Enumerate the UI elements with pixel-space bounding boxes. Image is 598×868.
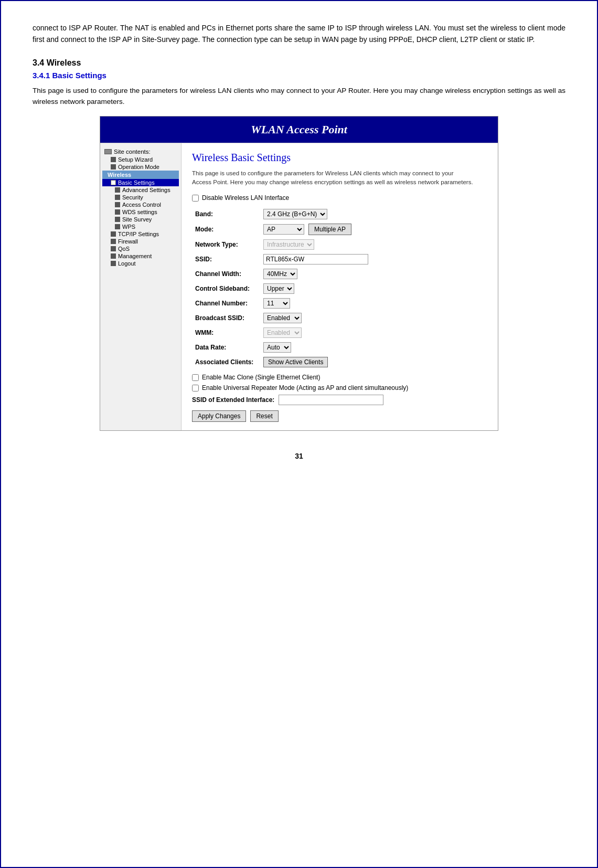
icon-wds	[115, 209, 120, 215]
router-header: WLAN Access Point	[100, 117, 498, 143]
sidebar-item-wds-settings[interactable]: WDS settings	[102, 208, 179, 216]
channel-width-value-cell: 40MHz 20MHz	[260, 267, 487, 281]
sidebar-label-security: Security	[122, 194, 143, 200]
data-rate-row: Data Rate: Auto 1M2M5.5M11M 6M9M12M18M 2…	[192, 340, 487, 355]
ssid-input[interactable]	[263, 254, 368, 264]
sidebar-item-site-survey[interactable]: Site Survey	[102, 216, 179, 223]
sidebar-item-management[interactable]: Management	[102, 252, 179, 260]
reset-button[interactable]: Reset	[250, 410, 278, 422]
sidebar-label-basic-settings: Basic Settings	[118, 179, 155, 186]
page-title: Wireless Basic Settings	[192, 152, 487, 164]
multiple-ap-button[interactable]: Multiple AP	[308, 224, 351, 235]
sidebar-label-logout: Logout	[118, 260, 136, 267]
router-panel: WLAN Access Point Site contents: Setup W…	[100, 116, 498, 431]
show-active-clients-button[interactable]: Show Active Clients	[263, 357, 328, 367]
sidebar-label-tcpip: TCP/IP Settings	[118, 231, 159, 237]
channel-width-row: Channel Width: 40MHz 20MHz	[192, 267, 487, 281]
sidebar-item-basic-settings[interactable]: Basic Settings	[102, 179, 179, 186]
wmm-value-cell: Enabled Disabled	[260, 325, 487, 340]
sidebar-site-contents: Site contents:	[102, 147, 179, 156]
network-type-label: Network Type:	[192, 237, 260, 252]
mode-value-cell: AP Client WDS AP+WDS Multiple AP	[260, 221, 487, 237]
icon-tcpip	[111, 231, 116, 237]
page-desc: This page is used to configure the param…	[192, 169, 487, 187]
wmm-label: WMM:	[192, 325, 260, 340]
button-row: Apply Changes Reset	[192, 410, 487, 422]
broadcast-ssid-label: Broadcast SSID:	[192, 311, 260, 325]
icon-qos	[111, 246, 116, 251]
icon-wps	[115, 224, 120, 229]
broadcast-ssid-select[interactable]: Enabled Disabled	[263, 313, 302, 323]
sidebar-site-contents-label: Site contents:	[114, 149, 151, 155]
intro-text: connect to ISP AP Router. The NAT is ena…	[33, 22, 565, 46]
sidebar-label-qos: QoS	[118, 246, 130, 252]
page-number: 31	[33, 452, 565, 460]
data-rate-value-cell: Auto 1M2M5.5M11M 6M9M12M18M 24M36M48M54M	[260, 340, 487, 355]
sidebar-label-wds-settings: WDS settings	[122, 209, 157, 215]
sidebar-section-wireless[interactable]: Wireless	[102, 171, 179, 179]
sidebar-item-logout[interactable]: Logout	[102, 260, 179, 267]
subsection-heading: 3.4.1 Basic Settings	[33, 71, 565, 80]
channel-width-label: Channel Width:	[192, 267, 260, 281]
sidebar-item-tcpip[interactable]: TCP/IP Settings	[102, 230, 179, 238]
sidebar-label-access-control: Access Control	[122, 202, 161, 208]
router-body: Site contents: Setup Wizard Operation Mo…	[100, 143, 498, 431]
universal-repeater-label: Enable Universal Repeater Mode (Acting a…	[202, 384, 408, 391]
enable-mac-clone-label: Enable Mac Clone (Single Ethernet Client…	[202, 374, 320, 381]
wmm-select[interactable]: Enabled Disabled	[263, 327, 302, 338]
ssid-label: SSID:	[192, 252, 260, 267]
data-rate-select[interactable]: Auto 1M2M5.5M11M 6M9M12M18M 24M36M48M54M	[263, 342, 291, 353]
channel-number-label: Channel Number:	[192, 296, 260, 311]
associated-clients-label: Associated Clients:	[192, 355, 260, 369]
apply-changes-button[interactable]: Apply Changes	[192, 410, 246, 422]
data-rate-label: Data Rate:	[192, 340, 260, 355]
ssid-extended-row: SSID of Extended Interface:	[192, 395, 487, 405]
main-content: Wireless Basic Settings This page is use…	[181, 143, 498, 431]
band-row: Band: 2.4 GHz (B+G+N) 2.4 GHz (B+G) 2.4 …	[192, 207, 487, 221]
enable-mac-clone-checkbox[interactable]	[192, 374, 199, 381]
network-type-value-cell: Infrastructure	[260, 237, 487, 252]
sidebar-label-advanced-settings: Advanced Settings	[122, 187, 170, 193]
ssid-extended-label: SSID of Extended Interface:	[192, 396, 274, 404]
section-desc: This page is used to configure the param…	[33, 85, 565, 108]
control-sideband-row: Control Sideband: Upper Lower	[192, 281, 487, 296]
sidebar-item-security[interactable]: Security	[102, 194, 179, 201]
disable-wireless-checkbox[interactable]	[192, 195, 199, 202]
ssid-row: SSID:	[192, 252, 487, 267]
sidebar-label-management: Management	[118, 253, 152, 259]
icon-site-survey	[115, 217, 120, 222]
band-label: Band:	[192, 207, 260, 221]
sidebar-item-firewall[interactable]: Firewall	[102, 238, 179, 245]
sidebar-label-wps: WPS	[122, 224, 135, 230]
sidebar-item-wps[interactable]: WPS	[102, 223, 179, 230]
associated-clients-value-cell: Show Active Clients	[260, 355, 487, 369]
folder-icon-setup	[111, 157, 116, 162]
sidebar-item-access-control[interactable]: Access Control	[102, 201, 179, 208]
universal-repeater-checkbox[interactable]	[192, 385, 199, 391]
broadcast-ssid-value-cell: Enabled Disabled	[260, 311, 487, 325]
sidebar-item-operation-mode[interactable]: Operation Mode	[102, 163, 179, 171]
control-sideband-value-cell: Upper Lower	[260, 281, 487, 296]
icon-basic-settings	[111, 180, 116, 185]
ssid-extended-input[interactable]	[279, 395, 383, 405]
sidebar-label-operation-mode: Operation Mode	[118, 164, 159, 170]
folder-icon-operation	[111, 164, 116, 170]
mode-select[interactable]: AP Client WDS AP+WDS	[263, 224, 304, 235]
band-select[interactable]: 2.4 GHz (B+G+N) 2.4 GHz (B+G) 2.4 GHz (B…	[263, 209, 327, 219]
sidebar-label-setup-wizard: Setup Wizard	[118, 156, 153, 163]
channel-number-select[interactable]: 1234 5678 91011 1213Auto	[263, 298, 290, 309]
sidebar-wireless-label: Wireless	[108, 172, 131, 178]
section-heading: 3.4 Wireless	[33, 58, 565, 68]
network-type-select[interactable]: Infrastructure	[263, 239, 314, 250]
channel-width-select[interactable]: 40MHz 20MHz	[263, 269, 297, 279]
router-header-title: WLAN Access Point	[251, 123, 347, 136]
sidebar-item-advanced-settings[interactable]: Advanced Settings	[102, 186, 179, 194]
sidebar-item-qos[interactable]: QoS	[102, 245, 179, 252]
control-sideband-select[interactable]: Upper Lower	[263, 283, 294, 294]
ssid-value-cell	[260, 252, 487, 267]
channel-number-value-cell: 1234 5678 91011 1213Auto	[260, 296, 487, 311]
channel-number-row: Channel Number: 1234 5678 91011 1213Auto	[192, 296, 487, 311]
sidebar-item-setup-wizard[interactable]: Setup Wizard	[102, 156, 179, 163]
universal-repeater-row: Enable Universal Repeater Mode (Acting a…	[192, 384, 487, 391]
icon-access-control	[115, 202, 120, 207]
